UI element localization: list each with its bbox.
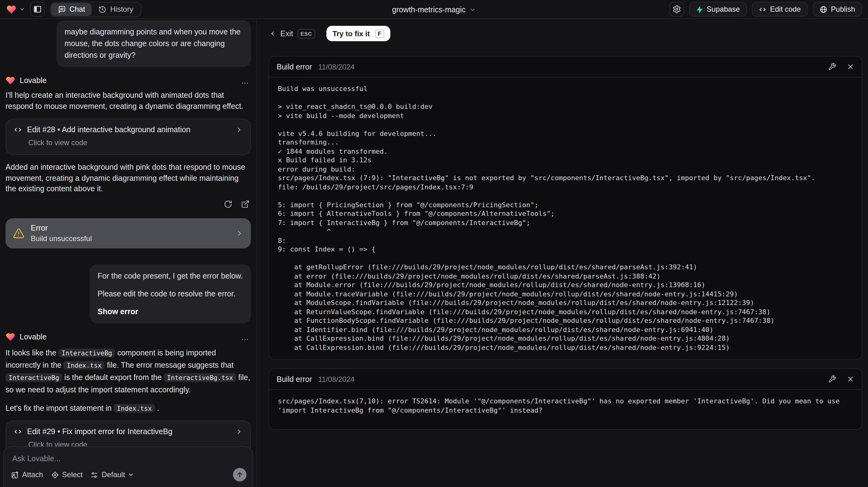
- build-error-log: src/pages/Index.tsx(7,10): error TS2614:…: [269, 390, 862, 422]
- edit-card-29-title: Edit #29 • Fix import error for Interact…: [27, 428, 173, 436]
- build-error-card-2: Build error 11/08/2024 src/pages/Index.t…: [269, 368, 863, 430]
- code-icon: [13, 428, 22, 436]
- history-icon: [99, 5, 107, 13]
- app-window: Chat History growth-metrics-magic Supaba…: [0, 0, 868, 487]
- select-target-icon: [51, 471, 59, 479]
- assistant-message-header: Lovable …: [5, 332, 250, 342]
- edit-code-button[interactable]: Edit code: [751, 2, 807, 17]
- error-card[interactable]: Error Build unsuccessful: [5, 218, 251, 248]
- chat-history-switcher: Chat History: [50, 2, 141, 17]
- attach-image-icon: [11, 471, 19, 479]
- supabase-bolt-icon: [695, 5, 703, 13]
- try-to-fix-label: Try to fix it: [333, 29, 370, 38]
- arrow-up-icon: [236, 471, 243, 478]
- error-card-subtitle: Build unsuccessful: [31, 234, 92, 243]
- assistant-name: Lovable: [20, 333, 47, 342]
- exit-button[interactable]: Exit ESC: [269, 29, 315, 38]
- attach-label: Attach: [22, 470, 43, 479]
- warning-triangle-icon: [13, 227, 25, 239]
- composer-toolbar: Attach Select Default: [11, 468, 247, 482]
- error-detail-panel: Exit ESC Try to fix it F Build error 11/…: [256, 19, 868, 487]
- edit-card-28[interactable]: Edit #28 • Add interactive background an…: [5, 119, 251, 155]
- user-message: For the code present, I get the error be…: [90, 265, 251, 324]
- assistant-message-text: Let's fix the import statement in Index.…: [5, 402, 251, 415]
- build-error-card-1: Build error 11/08/2024 Build was unsucce…: [269, 56, 863, 360]
- user-message: maybe diagramming points and when you mo…: [57, 20, 251, 67]
- send-button[interactable]: [233, 468, 247, 482]
- build-error-log: Build was unsuccessful > vite_react_shad…: [269, 78, 862, 360]
- select-label: Select: [62, 470, 83, 479]
- message-menu-button[interactable]: …: [241, 76, 250, 86]
- user-message-text: Please edit the code to resolve the erro…: [98, 288, 243, 300]
- build-error-title: Build error: [277, 375, 312, 384]
- build-error-title: Build error: [277, 62, 312, 71]
- edit-card-28-subtitle: Click to view code: [28, 139, 243, 147]
- sliders-icon: [91, 471, 99, 479]
- user-message-text: maybe diagramming points and when you mo…: [65, 26, 243, 61]
- chat-messages: maybe diagramming points and when you mo…: [0, 19, 256, 457]
- mode-dropdown[interactable]: Default: [91, 470, 134, 479]
- edit-card-28-row: Edit #28 • Add interactive background an…: [13, 125, 243, 134]
- panel-left-icon: [33, 5, 42, 13]
- edit-code-label: Edit code: [770, 5, 801, 13]
- error-panel-header: Exit ESC Try to fix it F: [269, 26, 390, 41]
- topbar-left: Chat History: [6, 2, 141, 17]
- esc-keycap: ESC: [298, 29, 315, 38]
- assistant-message-text: It looks like the InteractiveBg componen…: [5, 347, 251, 396]
- topbar-right: Supabase Edit code Publish: [669, 2, 862, 17]
- gear-icon: [672, 5, 681, 13]
- tab-chat[interactable]: Chat: [51, 3, 92, 16]
- tab-chat-label: Chat: [69, 5, 85, 13]
- chat-bubble-icon: [58, 5, 66, 13]
- mode-label: Default: [102, 470, 125, 479]
- build-error-date: 11/08/2024: [318, 375, 354, 384]
- tab-history[interactable]: History: [92, 3, 140, 16]
- build-error-log-container: src/pages/Index.tsx(7,10): error TS2614:…: [269, 390, 862, 422]
- close-icon[interactable]: [846, 375, 855, 383]
- close-icon[interactable]: [846, 63, 855, 71]
- f-keycap: F: [375, 29, 384, 38]
- assistant-message-header: Lovable …: [5, 76, 250, 86]
- code-icon: [13, 125, 22, 134]
- edit-card-28-title: Edit #28 • Add interactive background an…: [27, 125, 190, 134]
- chat-panel: maybe diagramming points and when you mo…: [0, 19, 256, 487]
- open-external-icon[interactable]: [241, 200, 250, 209]
- fix-wrench-icon[interactable]: [828, 375, 836, 383]
- topbar: Chat History growth-metrics-magic Supaba…: [0, 0, 868, 19]
- globe-icon: [819, 5, 827, 13]
- project-switcher[interactable]: growth-metrics-magic: [392, 0, 476, 19]
- sidebar-toggle-button[interactable]: [30, 2, 45, 17]
- chevron-down-icon: [470, 6, 476, 12]
- assistant-message-text: I'll help create an interactive backgrou…: [5, 91, 251, 113]
- supabase-button[interactable]: Supabase: [689, 2, 747, 17]
- select-button[interactable]: Select: [51, 470, 83, 479]
- exit-label: Exit: [280, 29, 293, 38]
- build-error-log-container: Build was unsuccessful > vite_react_shad…: [269, 78, 862, 360]
- try-to-fix-button[interactable]: Try to fix it F: [327, 26, 390, 41]
- retry-icon[interactable]: [224, 200, 232, 209]
- attach-button[interactable]: Attach: [11, 470, 43, 479]
- chevron-right-icon: [236, 126, 243, 133]
- project-name: growth-metrics-magic: [392, 5, 466, 14]
- message-menu-button[interactable]: …: [241, 333, 250, 342]
- chevron-right-icon: [236, 428, 243, 436]
- build-error-card-actions: [828, 63, 855, 71]
- build-error-card-actions: [828, 375, 855, 383]
- assistant-name: Lovable: [20, 77, 47, 85]
- publish-button[interactable]: Publish: [812, 2, 862, 17]
- composer: Attach Select Default: [3, 447, 253, 487]
- lovable-logo-menu[interactable]: [6, 4, 25, 14]
- chevron-down-icon: [128, 471, 134, 478]
- build-error-date: 11/08/2024: [318, 62, 354, 71]
- show-error-link[interactable]: Show error: [98, 306, 243, 317]
- build-error-card-1-header: Build error 11/08/2024: [269, 57, 862, 78]
- build-error-card-2-header: Build error 11/08/2024: [269, 369, 862, 390]
- assistant-message-text: Added an interactive background with pin…: [5, 162, 251, 195]
- user-message-text: For the code present, I get the error be…: [98, 271, 243, 282]
- fix-wrench-icon[interactable]: [828, 63, 836, 71]
- chevron-down-icon: [19, 6, 25, 12]
- chevron-left-icon: [269, 30, 276, 37]
- error-card-title: Error: [31, 224, 92, 233]
- edit-card-29-row: Edit #29 • Fix import error for Interact…: [13, 428, 243, 436]
- settings-button[interactable]: [669, 2, 684, 17]
